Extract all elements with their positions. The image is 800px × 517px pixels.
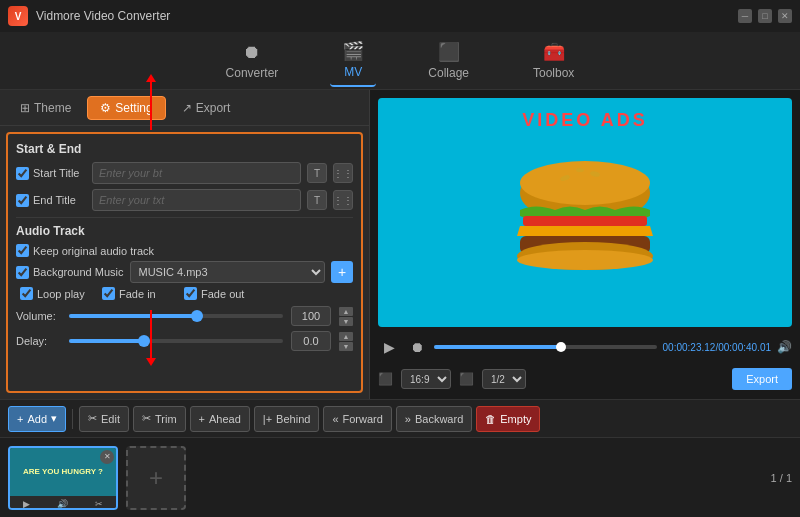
progress-thumb[interactable]: [556, 342, 566, 352]
forward-button[interactable]: « Forward: [323, 406, 391, 432]
end-title-grid-btn[interactable]: ⋮⋮: [333, 190, 353, 210]
tab-collage-label: Collage: [428, 66, 469, 80]
volume-slider-track[interactable]: [69, 314, 283, 318]
progress-fill: [434, 345, 561, 349]
tab-toolbox-label: Toolbox: [533, 66, 574, 80]
volume-down-btn[interactable]: ▼: [339, 317, 353, 326]
music-select[interactable]: MUSIC 4.mp3: [130, 261, 326, 283]
start-title-checkbox-label[interactable]: Start Title: [16, 167, 86, 180]
end-title-checkbox-label[interactable]: End Title: [16, 194, 86, 207]
edit-button[interactable]: ✂ Edit: [79, 406, 129, 432]
tl-cut-icon[interactable]: ✂: [95, 499, 103, 509]
tl-play-icon[interactable]: ▶: [23, 499, 30, 509]
keep-original-label[interactable]: Keep original audio track: [16, 244, 154, 257]
empty-button[interactable]: 🗑 Empty: [476, 406, 540, 432]
nav-tabs: ⏺ Converter 🎬 MV ⬛ Collage 🧰 Toolbox: [0, 32, 800, 90]
time-display: 00:00:23.12/00:00:40.01: [663, 342, 771, 353]
tab-mv[interactable]: 🎬 MV: [330, 34, 376, 87]
time-current: 00:00:23.12: [663, 342, 716, 353]
empty-label: Empty: [500, 413, 531, 425]
tab-mv-label: MV: [344, 65, 362, 79]
bg-music-label[interactable]: Background Music: [16, 266, 124, 279]
keep-original-checkbox[interactable]: [16, 244, 29, 257]
aspect-icon: ⬛: [378, 372, 393, 386]
page-icon: ⬛: [459, 372, 474, 386]
toolbox-icon: 🧰: [543, 41, 565, 63]
video-title: VIDEO ADS: [522, 110, 647, 131]
behind-label: Behind: [276, 413, 310, 425]
delay-value[interactable]: 0.0: [291, 331, 331, 351]
add-button[interactable]: + Add ▾: [8, 406, 66, 432]
timeline: ARE YOU HUNGRY ? ✕ ▶ 🔊 ✂ + 1 / 1: [0, 437, 800, 517]
start-end-title: Start & End: [16, 142, 353, 156]
fade-in-checkbox[interactable]: [102, 287, 115, 300]
timeline-controls: ▶ 🔊 ✂: [10, 496, 116, 510]
progress-bar[interactable]: [434, 345, 657, 349]
page-select[interactable]: 1/2: [482, 369, 526, 389]
volume-value[interactable]: 100: [291, 306, 331, 326]
bottom-toolbar: + Add ▾ ✂ Edit ✂ Trim + Ahead |+ Behind …: [0, 399, 800, 437]
end-title-text-btn[interactable]: T: [307, 190, 327, 210]
start-title-grid-btn[interactable]: ⋮⋮: [333, 163, 353, 183]
volume-up-btn[interactable]: ▲: [339, 307, 353, 316]
delay-row: Delay: 0.0 ▲ ▼: [16, 331, 353, 351]
start-title-input[interactable]: [92, 162, 301, 184]
mv-icon: 🎬: [342, 40, 364, 62]
tl-vol-icon[interactable]: 🔊: [57, 499, 68, 509]
bg-music-checkbox[interactable]: [16, 266, 29, 279]
loop-play-label[interactable]: Loop play: [20, 287, 90, 300]
start-title-text-btn[interactable]: T: [307, 163, 327, 183]
left-panel: ⊞ Theme ⚙ Setting ↗ Export Start & End S…: [0, 90, 370, 399]
delay-slider-track[interactable]: [69, 339, 283, 343]
timeline-page-indicator: 1 / 1: [771, 472, 792, 484]
volume-icon[interactable]: 🔊: [777, 340, 792, 354]
timeline-close-btn[interactable]: ✕: [100, 450, 114, 464]
app-title: Vidmore Video Converter: [36, 9, 170, 23]
tab-toolbox[interactable]: 🧰 Toolbox: [521, 35, 586, 86]
delay-down-btn[interactable]: ▼: [339, 342, 353, 351]
add-icon: +: [17, 413, 23, 425]
end-title-checkbox[interactable]: [16, 194, 29, 207]
loop-play-checkbox[interactable]: [20, 287, 33, 300]
edit-icon: ✂: [88, 412, 97, 425]
subtab-export[interactable]: ↗ Export: [170, 97, 243, 119]
subtab-theme[interactable]: ⊞ Theme: [8, 97, 83, 119]
export-button[interactable]: Export: [732, 368, 792, 390]
start-title-checkbox[interactable]: [16, 167, 29, 180]
tab-converter[interactable]: ⏺ Converter: [214, 36, 291, 86]
stop-button[interactable]: ⏺: [406, 336, 428, 358]
fade-out-checkbox[interactable]: [184, 287, 197, 300]
loop-play-text: Loop play: [37, 288, 85, 300]
keep-original-text: Keep original audio track: [33, 245, 154, 257]
subtab-theme-label: Theme: [34, 101, 71, 115]
forward-icon: «: [332, 413, 338, 425]
maximize-button[interactable]: □: [758, 9, 772, 23]
fade-in-label[interactable]: Fade in: [102, 287, 172, 300]
subtab-export-label: Export: [196, 101, 231, 115]
keep-original-row: Keep original audio track: [16, 244, 353, 257]
delay-up-btn[interactable]: ▲: [339, 332, 353, 341]
end-title-input[interactable]: [92, 189, 301, 211]
fade-out-label[interactable]: Fade out: [184, 287, 254, 300]
aspect-ratio-select[interactable]: 16:9: [401, 369, 451, 389]
minimize-button[interactable]: ─: [738, 9, 752, 23]
volume-fill: [69, 314, 197, 318]
svg-point-8: [517, 250, 653, 270]
trim-button[interactable]: ✂ Trim: [133, 406, 186, 432]
volume-thumb[interactable]: [191, 310, 203, 322]
timeline-add-btn[interactable]: +: [126, 446, 186, 510]
svg-point-1: [520, 161, 650, 205]
titlebar: V Vidmore Video Converter ─ □ ✕: [0, 0, 800, 32]
timeline-item: ARE YOU HUNGRY ? ✕ ▶ 🔊 ✂: [8, 446, 118, 510]
playback-options-row: Loop play Fade in Fade out: [16, 287, 353, 300]
ahead-button[interactable]: + Ahead: [190, 406, 250, 432]
close-button[interactable]: ✕: [778, 9, 792, 23]
subtab-setting[interactable]: ⚙ Setting: [87, 96, 165, 120]
delay-thumb[interactable]: [138, 335, 150, 347]
end-title-label: End Title: [33, 194, 76, 206]
play-button[interactable]: ▶: [378, 336, 400, 358]
behind-button[interactable]: |+ Behind: [254, 406, 320, 432]
music-add-btn[interactable]: +: [331, 261, 353, 283]
backward-button[interactable]: » Backward: [396, 406, 472, 432]
tab-collage[interactable]: ⬛ Collage: [416, 35, 481, 86]
